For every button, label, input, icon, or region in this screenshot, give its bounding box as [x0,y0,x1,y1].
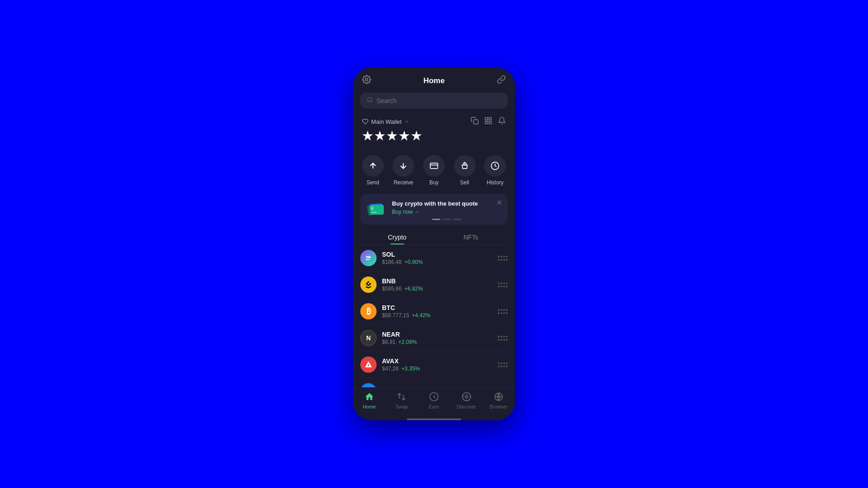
avax-info: AVAX $47,28 +3.35% [382,357,492,372]
promo-image [367,200,387,220]
home-nav-icon [364,391,375,402]
swap-nav-label: Swap [396,404,408,409]
sell-icon [454,155,476,177]
svg-rect-17 [371,212,377,213]
svg-point-1 [368,98,372,102]
avax-chart [498,362,508,367]
buy-label: Buy [429,179,439,186]
history-label: History [487,179,504,186]
receive-icon [392,155,414,177]
earn-nav-label: Earn [429,404,439,409]
browser-nav-label: Browser [490,404,508,409]
history-button[interactable]: History [484,155,506,186]
svg-rect-4 [489,117,491,120]
btc-logo: ₿ [360,303,377,319]
nav-browser[interactable]: Browser [482,391,515,409]
nav-swap[interactable]: Swap [386,391,418,409]
nav-discover[interactable]: Discover [450,391,483,409]
send-label: Send [367,179,379,186]
list-item[interactable]: SOL $186,48 +0.80% [360,245,508,272]
bell-icon[interactable] [498,117,506,127]
discover-nav-icon [461,391,472,402]
buy-icon [423,155,445,177]
btc-chart [498,309,508,314]
promo-title: Buy crypto with the best quote [392,200,501,207]
svg-rect-2 [474,120,478,124]
tab-crypto[interactable]: Crypto [360,229,434,244]
wallet-action-icons [471,117,506,127]
copy-wallet-icon[interactable] [471,117,479,127]
browser-nav-icon [493,391,504,402]
tab-nfts[interactable]: NFTs [434,229,508,244]
receive-button[interactable]: Receive [392,155,414,186]
promo-close-button[interactable]: ✕ [496,198,502,207]
wallet-name[interactable]: Main Wallet [362,118,410,125]
bnb-logo [360,277,377,293]
list-item[interactable]: BNB $595,66 +6.82% [360,272,508,298]
receive-label: Receive [394,179,413,186]
svg-point-16 [370,206,374,210]
link-icon[interactable] [497,75,506,86]
crypto-list: SOL $186,48 +0.80% BNB $595,66 [353,245,515,387]
svg-point-0 [366,79,368,81]
arrange-icon[interactable] [484,117,492,127]
svg-rect-9 [430,163,438,169]
svg-point-20 [465,395,468,398]
wallet-balance: ★★★★★ [362,129,506,143]
nav-home[interactable]: Home [353,391,386,409]
sell-button[interactable]: Sell [454,155,476,186]
svg-rect-6 [485,122,487,124]
near-logo: N [360,330,377,346]
bottom-navigation: Home Swap Earn [353,387,515,417]
buy-button[interactable]: Buy [423,155,445,186]
promo-link[interactable]: Buy now → [392,209,501,215]
phone-frame: Home Main Wallet [353,68,515,420]
search-icon [367,97,373,104]
bnb-chart [498,282,508,287]
list-item[interactable]: N NEAR $6,81 +2.09% [360,325,508,352]
promo-dots [392,219,501,220]
send-button[interactable]: Send [362,155,384,186]
search-input[interactable] [377,97,501,104]
near-info: NEAR $6,81 +2.09% [382,331,492,345]
sell-label: Sell [460,179,469,186]
discover-nav-label: Discover [457,404,476,409]
nav-earn[interactable]: Earn [418,391,450,409]
svg-rect-3 [485,117,487,120]
sol-logo [360,250,377,266]
promo-content: Buy crypto with the best quote Buy now → [392,200,501,220]
settings-icon[interactable] [362,75,371,86]
home-indicator [407,418,461,420]
search-bar[interactable] [360,93,508,108]
swap-nav-icon [396,391,407,402]
promo-banner: Buy crypto with the best quote Buy now →… [360,194,508,225]
app-header: Home [353,68,515,91]
asset-tabs: Crypto NFTs [360,229,508,245]
sol-info: SOL $186,48 +0.80% [382,251,492,265]
page-title: Home [423,76,444,85]
sol-chart [498,256,508,261]
wallet-section: Main Wallet [353,113,515,149]
avax-logo [360,357,377,373]
svg-rect-5 [489,122,491,124]
bnb-info: BNB $595,66 +6.82% [382,277,492,292]
history-icon [484,155,506,177]
home-nav-label: Home [363,404,376,409]
btc-info: BTC $68 777,15 +4.42% [382,304,492,319]
earn-nav-icon [429,391,439,402]
list-item[interactable]: ₿ BTC $68 777,15 +4.42% [360,298,508,325]
action-buttons: Send Receive Buy Sell [353,149,515,192]
list-item[interactable]: INJ [360,378,508,387]
near-chart [498,336,508,341]
send-icon [362,155,384,177]
inj-logo [360,383,377,387]
list-item[interactable]: AVAX $47,28 +3.35% [360,352,508,378]
